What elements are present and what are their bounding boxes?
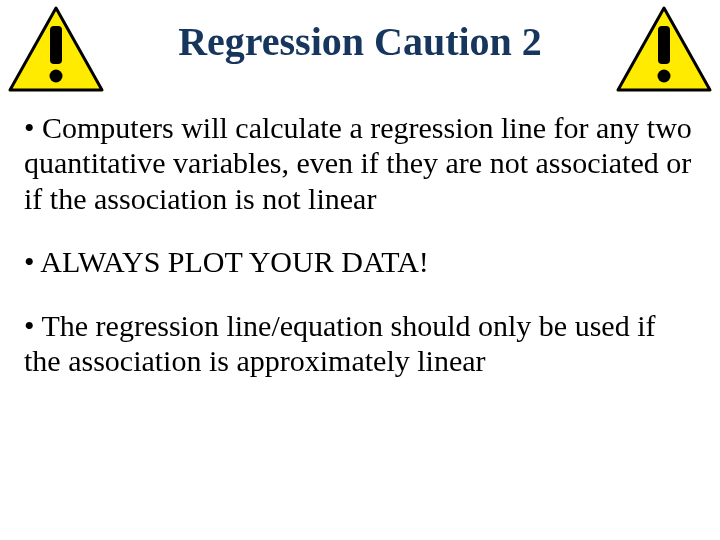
bullet-item: • Computers will calculate a regression …	[24, 110, 696, 216]
bullet-item: • ALWAYS PLOT YOUR DATA!	[24, 244, 696, 279]
svg-rect-1	[50, 26, 62, 64]
warning-icon	[6, 4, 106, 94]
slide-header: Regression Caution 2	[0, 0, 720, 110]
slide-title: Regression Caution 2	[178, 18, 542, 65]
svg-rect-4	[658, 26, 670, 64]
bullet-item: • The regression line/equation should on…	[24, 308, 696, 379]
svg-point-2	[50, 70, 63, 83]
warning-icon	[614, 4, 714, 94]
slide-body: • Computers will calculate a regression …	[0, 110, 720, 378]
svg-point-5	[658, 70, 671, 83]
